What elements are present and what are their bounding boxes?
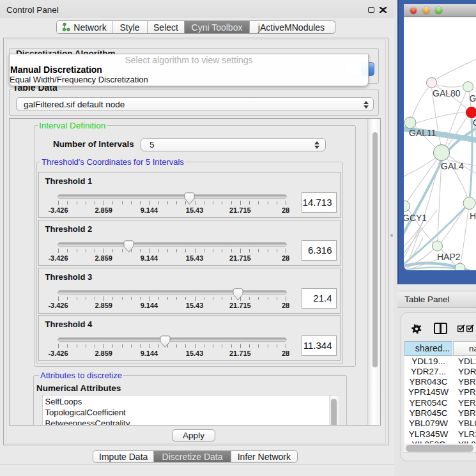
svg-text:GAL11: GAL11: [409, 128, 436, 138]
svg-text:C: C: [473, 118, 476, 128]
svg-text:GCY1: GCY1: [404, 213, 427, 223]
svg-text:HAP2: HAP2: [437, 252, 461, 262]
svg-text:GAL80: GAL80: [433, 88, 461, 98]
svg-text:H: H: [470, 211, 476, 221]
svg-text:GAL4: GAL4: [441, 161, 464, 171]
svg-text:G.: G.: [470, 93, 476, 104]
